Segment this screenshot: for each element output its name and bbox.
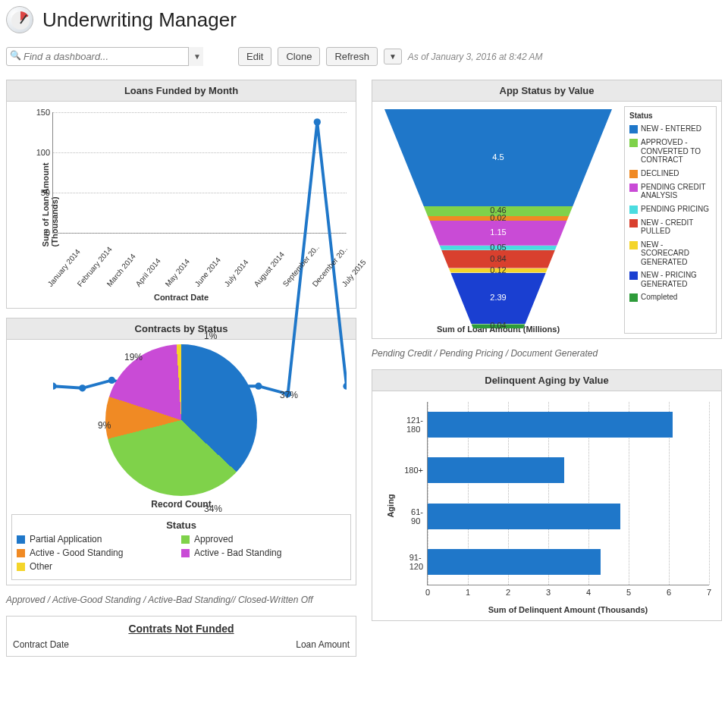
legend-item[interactable]: NEW - CREDIT PULLED (629, 218, 711, 236)
pie-slice-label: 37% (280, 390, 298, 400)
legend-item[interactable]: APPROVED - CONVERTED TO CONTRACT (629, 138, 711, 165)
x-tick: 7 (707, 585, 711, 597)
funnel-value-label: 4.5 (491, 152, 505, 162)
loans-funded-chart[interactable]: Sum of Loan Amount(Thousands) 050100150 … (11, 106, 351, 303)
x-tick: 6 (667, 585, 671, 597)
edit-button[interactable]: Edit (238, 47, 271, 66)
x-tick: March 2014 (105, 252, 136, 288)
bar[interactable] (428, 504, 620, 529)
legend-swatch-icon (629, 170, 638, 178)
y-tick: 180+ (404, 466, 428, 475)
bar[interactable] (428, 412, 673, 438)
legend-label: PENDING PRICING (641, 205, 709, 214)
legend-swatch-icon (629, 219, 638, 227)
app-status-funnel-chart[interactable]: Sum of Loan Amount (Millions) 4.50.460.0… (377, 106, 620, 334)
legend-label: NEW - PRICING GENERATED (641, 271, 711, 288)
svg-point-0 (53, 383, 57, 390)
legend-swatch-icon (629, 271, 638, 280)
legend-label: Approved (194, 534, 233, 544)
legend-swatch-icon (629, 241, 638, 249)
legend-swatch-icon (629, 125, 638, 133)
legend-label: APPROVED - CONVERTED TO CONTRACT (641, 138, 711, 165)
legend-title: Status (629, 111, 711, 120)
panel-contracts-not-funded: Contrats Not Funded Contract Date Loan A… (6, 616, 356, 657)
panel-title: App Status by Value (372, 80, 721, 102)
search-input[interactable] (6, 47, 203, 66)
svg-point-9 (314, 118, 321, 125)
y-tick: 91-120 (410, 553, 428, 571)
x-axis-label: Sum of Delinquent Amount (Thousands) (427, 605, 709, 614)
x-tick: 5 (626, 585, 631, 597)
bar[interactable] (428, 457, 564, 483)
legend-item[interactable]: NEW - SCORECARD GENERATED (629, 240, 711, 267)
pie-slice-label: 19% (124, 352, 143, 362)
funnel-footnote: Pending Credit / Pending Pricing / Docum… (372, 348, 722, 359)
funnel-value-label: 0.84 (488, 254, 507, 263)
legend-label: Active - Bad Standing (194, 548, 281, 558)
legend-item[interactable]: NEW - ENTERED (629, 124, 711, 133)
pie-footnote: Approved / Active-Good Standing / Active… (6, 595, 356, 605)
x-tick: 3 (546, 585, 551, 597)
y-tick: 150 (36, 108, 53, 117)
legend-label: Other (30, 561, 52, 572)
pie-slice-label: 34% (204, 504, 222, 514)
legend-item[interactable]: Approved (181, 534, 346, 544)
dashboard-gauge-icon (6, 6, 33, 33)
y-tick: 100 (36, 148, 53, 157)
legend-swatch-icon (181, 535, 190, 544)
legend-item[interactable]: Other (17, 561, 181, 572)
dashboard-search: 🔍 ▼ (6, 47, 203, 66)
panel-delinquent-aging: Delinquent Aging by Value Aging 01234567… (372, 369, 722, 621)
y-axis-label: Aging (386, 494, 395, 517)
legend-label: PENDING CREDIT ANALYSIS (641, 183, 711, 200)
legend-item[interactable]: Completed (629, 293, 711, 302)
legend-swatch-icon (17, 535, 25, 544)
x-tick: July 2015 (340, 258, 368, 288)
clone-button[interactable]: Clone (278, 47, 320, 66)
page-header: Underwriting Manager (6, 6, 722, 33)
legend-label: Partial Application (30, 534, 102, 544)
x-tick: July 2014 (222, 258, 249, 288)
pie-slice-label: 1% (204, 331, 217, 341)
panel-title: Delinquent Aging by Value (372, 370, 721, 391)
table-title: Contrats Not Funded (13, 623, 350, 635)
funnel-legend: Status NEW - ENTEREDAPPROVED - CONVERTED… (624, 106, 717, 334)
bar[interactable] (428, 549, 601, 575)
x-tick: 2 (506, 585, 510, 597)
svg-point-7 (255, 383, 262, 390)
legend-item[interactable]: Active - Good Standing (17, 548, 181, 558)
legend-swatch-icon (17, 563, 25, 571)
legend-swatch-icon (629, 206, 638, 214)
legend-swatch-icon (181, 549, 190, 557)
legend-item[interactable]: NEW - PRICING GENERATED (629, 271, 711, 288)
contracts-pie-chart[interactable]: 37%34%9%19%1% (105, 344, 257, 496)
legend-label: Completed (641, 293, 677, 302)
refresh-button[interactable]: Refresh (326, 47, 378, 66)
search-icon: 🔍 (10, 50, 21, 61)
legend-item[interactable]: Active - Bad Standing (181, 548, 346, 558)
legend-item[interactable]: PENDING CREDIT ANALYSIS (629, 183, 711, 200)
legend-label: NEW - CREDIT PULLED (641, 218, 711, 236)
legend-item[interactable]: Partial Application (17, 534, 181, 544)
delinquent-aging-chart[interactable]: Aging 01234567121-180180+61-9091-120 Sum… (377, 396, 717, 616)
search-dropdown-button[interactable]: ▼ (188, 47, 203, 66)
table-col-contract-date: Contract Date (13, 639, 69, 650)
legend-item[interactable]: PENDING PRICING (629, 205, 711, 214)
pie-slice-label: 9% (98, 420, 111, 431)
pie-legend: Status Partial ApplicationApprovedActive… (11, 514, 351, 580)
x-tick: 4 (586, 585, 591, 597)
x-tick: May 2014 (164, 257, 192, 288)
y-tick: 50 (41, 188, 53, 197)
funnel-value-label: 2.39 (488, 293, 507, 302)
funnel-value-label: 0.04 (488, 321, 507, 330)
legend-title: Status (17, 519, 346, 531)
toolbar: 🔍 ▼ Edit Clone Refresh ▼ As of January 3… (6, 47, 722, 66)
y-tick: 61-90 (411, 507, 428, 526)
legend-label: DECLINED (641, 169, 679, 178)
refresh-dropdown-button[interactable]: ▼ (384, 49, 402, 64)
x-tick: 1 (466, 585, 470, 597)
legend-item[interactable]: DECLINED (629, 169, 711, 178)
x-tick: June 2014 (193, 256, 222, 288)
x-axis-label: Contract Date (11, 293, 351, 302)
pie-sublabel: Record Count (151, 499, 211, 510)
